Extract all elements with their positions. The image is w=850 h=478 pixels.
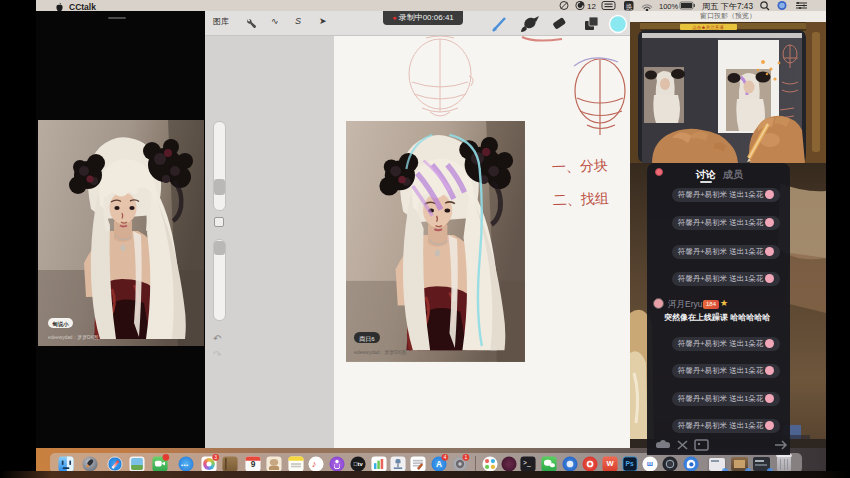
svg-text:100%: 100% (659, 2, 679, 11)
svg-text:edeewydad：梦梦DK图: edeewydad：梦梦DK图 (354, 349, 407, 356)
svg-text:换: 换 (626, 3, 633, 11)
svg-text:一、分块: 一、分块 (552, 157, 609, 175)
svg-text:周五 下午7:43: 周五 下午7:43 (702, 2, 753, 11)
svg-text:点击★关注直播: 点击★关注直播 (692, 25, 724, 30)
svg-text:両日6: 両日6 (359, 335, 375, 343)
svg-text:12: 12 (587, 2, 596, 11)
svg-text:二、找组: 二、找组 (553, 190, 610, 208)
svg-text:甸说小: 甸说小 (51, 321, 69, 328)
